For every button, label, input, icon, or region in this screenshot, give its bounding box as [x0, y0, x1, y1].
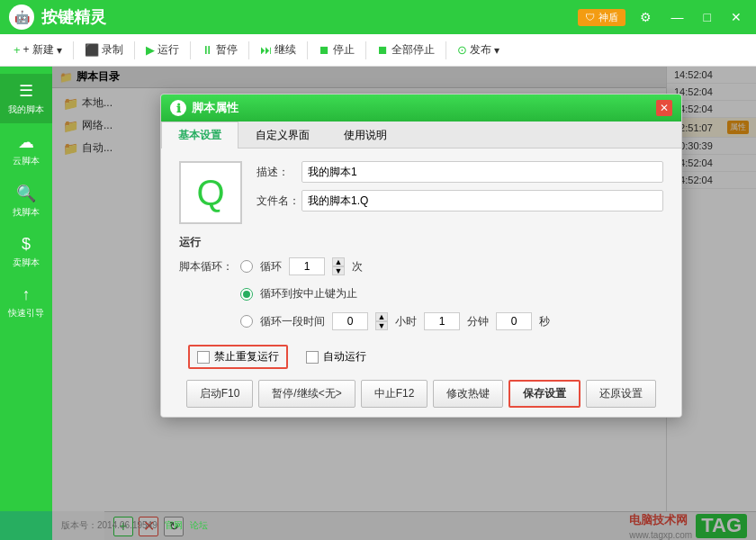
- record-label: 录制: [102, 42, 123, 58]
- run-options-area: 脚本循环： 循环 ▲: [179, 257, 663, 336]
- cloud-icon: ☁: [18, 132, 34, 152]
- restore-settings-button[interactable]: 还原设置: [586, 380, 656, 408]
- sep1: [73, 41, 74, 59]
- spinner-down-hour[interactable]: ▼: [375, 321, 388, 330]
- run-option-1: 循环到按中止键为止: [240, 286, 550, 302]
- desc-input[interactable]: [302, 161, 663, 183]
- dialog-close-button[interactable]: ✕: [656, 100, 672, 116]
- money-icon: $: [22, 235, 31, 254]
- guide-icon: ↑: [22, 285, 31, 304]
- sidebar-item-cloud-scripts[interactable]: ☁ 云脚本: [0, 125, 52, 175]
- sidebar-item-find-scripts[interactable]: 🔍 找脚本: [0, 176, 52, 226]
- sep4: [248, 41, 249, 59]
- sep3: [190, 41, 191, 59]
- new-label: + 新建: [23, 42, 54, 58]
- run-text-sec: 秒: [539, 314, 550, 329]
- pause-resume-button[interactable]: 暂停/继续<无>: [258, 380, 355, 408]
- radio-loop-n[interactable]: [240, 260, 253, 273]
- no-repeat-checkbox[interactable]: [197, 351, 210, 364]
- sidebar-item-label-4: 快速引导: [8, 307, 44, 320]
- modal-overlay: ℹ 脚本属性 ✕ 基本设置 自定义界面 使用说明 Q: [52, 67, 756, 540]
- close-button[interactable]: ✕: [725, 8, 747, 26]
- new-button[interactable]: + + 新建 ▾: [7, 40, 68, 60]
- auto-run-option: 自动运行: [306, 349, 366, 364]
- run-options: 循环 ▲ ▼ 次: [240, 257, 550, 336]
- dialog-title-text: 脚本属性: [192, 100, 238, 116]
- run-title: 运行: [179, 235, 663, 250]
- sec-input[interactable]: [496, 312, 532, 330]
- shield-badge: 🛡 神盾: [578, 9, 626, 26]
- stop-label: 停止: [333, 42, 355, 58]
- my-scripts-icon: ☰: [19, 81, 33, 101]
- stop-button[interactable]: ⏹ 停止: [312, 40, 361, 60]
- sidebar-item-my-scripts[interactable]: ☰ 我的脚本: [0, 74, 52, 123]
- record-button[interactable]: ⬛ 录制: [78, 40, 130, 60]
- abort-button[interactable]: 中止F12: [361, 380, 428, 408]
- publish-button[interactable]: ⊙ 发布 ▾: [451, 40, 506, 60]
- loop-count-input[interactable]: [289, 257, 325, 275]
- tab-basic-settings[interactable]: 基本设置: [161, 122, 238, 148]
- tab-custom-ui[interactable]: 自定义界面: [238, 122, 327, 148]
- settings-button[interactable]: ⚙: [634, 8, 657, 26]
- main-area: ☰ 我的脚本 ☁ 云脚本 🔍 找脚本 $ 卖脚本 ↑ 快速引导 📁 脚本目录: [0, 67, 756, 540]
- run-option-2: 循环一段时间 ▲ ▼ 小时: [240, 312, 550, 330]
- resume-label: 继续: [274, 42, 296, 58]
- tab-instructions[interactable]: 使用说明: [327, 122, 404, 148]
- restore-button[interactable]: □: [698, 8, 716, 26]
- no-repeat-label: 禁止重复运行: [214, 349, 279, 364]
- pause-icon: ⏸: [202, 43, 213, 57]
- record-icon: ⬛: [85, 43, 99, 57]
- forum-link[interactable]: 论坛: [190, 519, 208, 532]
- sidebar-item-sell-scripts[interactable]: $ 卖脚本: [0, 228, 52, 276]
- resume-icon: ⏭: [260, 43, 272, 57]
- titlebar-left: 🤖 按键精灵: [9, 4, 106, 30]
- spinner-up[interactable]: ▲: [332, 257, 345, 266]
- form-fields: 描述： 文件名：: [256, 161, 663, 219]
- run-button[interactable]: ▶ 运行: [140, 40, 185, 60]
- file-input[interactable]: [302, 190, 663, 212]
- radio-loop-until-stop[interactable]: [240, 288, 253, 301]
- start-button[interactable]: 启动F10: [186, 380, 254, 408]
- pause-button[interactable]: ⏸ 暂停: [195, 40, 244, 60]
- sep2: [134, 41, 135, 59]
- minimize-button[interactable]: —: [666, 8, 689, 26]
- content-area: 📁 脚本目录 📁 本地... 📁 网络... 📁 自动...: [52, 67, 756, 540]
- sep7: [446, 41, 446, 59]
- stopall-button[interactable]: ⏹ 全部停止: [371, 40, 441, 60]
- resume-button[interactable]: ⏭ 继续: [254, 40, 302, 60]
- sidebar-item-quick-guide[interactable]: ↑ 快速引导: [0, 278, 52, 327]
- desc-label: 描述：: [256, 165, 302, 180]
- official-link[interactable]: 官网: [165, 519, 183, 532]
- checkbox-area: 禁止重复运行 自动运行: [179, 345, 663, 369]
- titlebar-right: 🛡 神盾 ⚙ — □ ✕: [578, 8, 747, 26]
- run-text-times: 次: [352, 259, 363, 274]
- search-icon: 🔍: [16, 184, 36, 203]
- sidebar-ver-area: [0, 511, 52, 540]
- spinner-up-hour[interactable]: ▲: [375, 312, 388, 321]
- hour-input[interactable]: [332, 312, 368, 330]
- spinner-down[interactable]: ▼: [332, 266, 345, 275]
- pause-label: 暂停: [216, 42, 238, 58]
- run-text-loop-time: 循环一段时间: [260, 314, 325, 329]
- version-bar: 版本号：2014.06.19549 官网 论坛: [52, 511, 217, 540]
- auto-run-checkbox[interactable]: [306, 351, 319, 364]
- spinner-box-hour: ▲ ▼: [375, 312, 388, 330]
- save-settings-button[interactable]: 保存设置: [508, 380, 580, 408]
- min-input[interactable]: [424, 312, 460, 330]
- dialog-tabs: 基本设置 自定义界面 使用说明: [161, 122, 681, 148]
- radio-loop-time[interactable]: [240, 315, 253, 328]
- file-label: 文件名：: [256, 194, 302, 209]
- sidebar-item-label-2: 找脚本: [13, 206, 40, 219]
- run-text-until-stop: 循环到按中止键为止: [260, 286, 357, 302]
- file-row: 文件名：: [256, 190, 663, 212]
- form-top: Q 描述： 文件名：: [179, 161, 663, 224]
- sep6: [365, 41, 366, 59]
- loop-label: 脚本循环：: [179, 257, 233, 274]
- toolbar: + + 新建 ▾ ⬛ 录制 ▶ 运行 ⏸ 暂停 ⏭ 继续 ⏹ 停止 ⏹ 全部停止…: [0, 34, 756, 67]
- modify-hotkey-button[interactable]: 修改热键: [433, 380, 503, 408]
- desc-row: 描述：: [256, 161, 663, 183]
- auto-run-label: 自动运行: [323, 349, 366, 364]
- new-arrow: ▾: [57, 44, 62, 57]
- script-icon: Q: [196, 173, 224, 213]
- stop-icon: ⏹: [319, 43, 330, 57]
